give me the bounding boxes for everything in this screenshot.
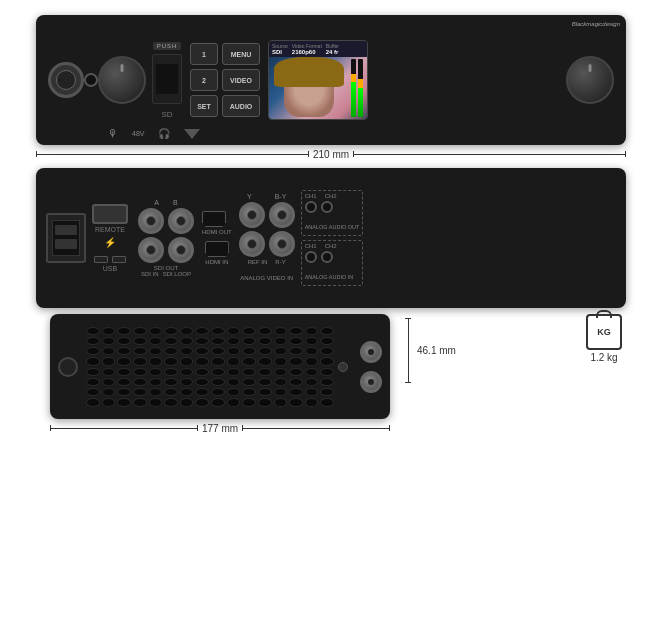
vent-hole [117,357,131,365]
vent-hole [195,347,209,355]
vent-hole [149,347,163,355]
vent-hole [117,347,131,355]
y-label: Y [247,193,252,200]
vent-hole [289,347,303,355]
vent-hole [180,357,194,365]
vent-hole [180,327,194,335]
vent-hole [289,337,303,345]
hdmi-in-label: HDMI IN [205,259,229,265]
r-y-label: R-Y [275,259,285,265]
vent-hole [258,398,272,406]
vent-hole [86,347,100,355]
analog-audio-in-label: ANALOG AUDIO IN [305,274,354,280]
btn-video[interactable]: VIDEO [222,69,260,91]
vent-hole [274,357,288,365]
usb-label: USB [103,265,117,272]
depth-meas-line-right [242,428,390,429]
vent-hole [242,327,256,335]
vent-hole [289,327,303,335]
vent-hole [242,357,256,365]
vent-hole [195,337,209,345]
vent-hole [195,378,209,386]
audio-in-jack-2 [321,251,333,263]
audio-in-jack-1 [305,251,317,263]
vent-hole [133,368,147,376]
vent-hole [117,378,131,386]
btn-menu[interactable]: MENU [222,43,260,65]
main-knob[interactable] [98,56,146,104]
vent-hole [258,388,272,396]
screen-top-bar: Source SDI Video Format 2160p60 Buffer 2… [269,41,367,57]
sd-label: SD [161,110,172,119]
side-bnc-top [360,341,382,363]
ref-in-label: REF IN [248,259,268,265]
analog-audio-in-box: CH1 CH2 ANALOG AUDIO IN [301,240,364,286]
vent-hole [86,368,100,376]
vent-hole [164,327,178,335]
weight-label: 1.2 kg [590,352,617,363]
vent-hole [102,327,116,335]
vent-hole [86,388,100,396]
b-y-bnc [269,202,295,228]
power-connector [46,213,86,263]
vent-hole [164,398,178,406]
thunderbolt-icon: ⚡ [104,237,116,248]
vent-hole [320,378,334,386]
vent-hole [211,357,225,365]
btn-2[interactable]: 2 [190,69,218,91]
vent-hole [274,368,288,376]
vent-hole [242,398,256,406]
btn-1[interactable]: 1 [190,43,218,65]
vent-hole [164,388,178,396]
vent-hole [227,368,241,376]
vent-hole [102,337,116,345]
vent-hole [211,337,225,345]
vent-hole [180,398,194,406]
depth-label: 177 mm [202,423,238,434]
brand-logo: Blackmagicdesign [572,21,620,27]
vent-hole [320,337,334,345]
btn-set[interactable]: SET [190,95,218,117]
vent-hole [227,337,241,345]
format-value: 2160p60 [292,49,322,55]
vent-hole [274,337,288,345]
vent-hole [195,388,209,396]
vent-hole [289,398,303,406]
vent-hole [86,398,100,406]
vent-hole [320,357,334,365]
vent-hole [164,357,178,365]
hdmi-section: HDMI OUT HDMI IN [202,211,232,265]
vent-hole [149,378,163,386]
right-knob[interactable] [566,56,614,104]
screen-preview [269,57,367,120]
vent-hole [211,398,225,406]
vent-hole [305,337,319,345]
width-measurement: 210 mm [36,149,626,160]
vent-hole [195,327,209,335]
vent-grid [86,327,334,407]
col-a-label: A [154,199,159,206]
vent-hole [133,357,147,365]
source-value: SDI [272,49,288,55]
remote-usb-section: REMOTE ⚡ USB [92,204,128,272]
vent-hole [102,347,116,355]
by-label-top: B-Y [275,193,287,200]
btn-audio[interactable]: AUDIO [222,95,260,117]
vent-hole [227,357,241,365]
sdi-out-b [168,208,194,234]
vent-hole [242,347,256,355]
vent-hole [117,398,131,406]
ref-analog-section: Y B-Y REF IN R-Y ANALOG VIDEO IN [239,193,295,284]
remote-label: REMOTE [95,226,125,233]
vent-hole [86,378,100,386]
vent-hole [133,398,147,406]
hdmi-out-label: HDMI OUT [202,229,232,235]
ref-in-bnc [239,202,265,228]
sdi-in [138,237,164,263]
audio-out-jack-2 [321,201,333,213]
xlr-inner [56,70,76,90]
vent-hole [289,378,303,386]
vent-hole [117,337,131,345]
vent-hole [117,368,131,376]
col-b-label: B [173,199,178,206]
